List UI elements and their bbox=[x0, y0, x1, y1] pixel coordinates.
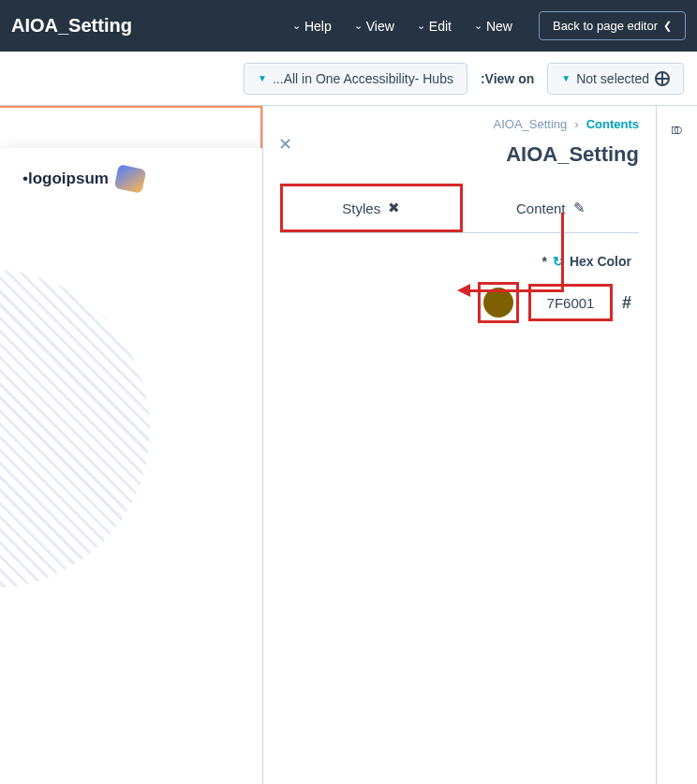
hex-color-label: Hex Color ↻ * bbox=[288, 254, 631, 269]
back-label: Back to page editor bbox=[553, 19, 658, 33]
menu-new[interactable]: New⌄ bbox=[465, 13, 522, 39]
logo-text: logoipsum• bbox=[22, 170, 109, 188]
chevron-right-icon: ❯ bbox=[663, 20, 672, 32]
chevron-down-icon: ⌄ bbox=[474, 20, 482, 32]
back-to-editor-button[interactable]: ❯ Back to page editor bbox=[539, 11, 686, 40]
preview-logo: logoipsum• bbox=[22, 167, 249, 191]
menu-view[interactable]: View⌄ bbox=[345, 13, 404, 39]
context-bar: Not selected ▼ View on: All in One Acces… bbox=[0, 52, 697, 106]
brush-icon: ✖ bbox=[388, 200, 400, 216]
pencil-icon: ✎ bbox=[573, 200, 586, 216]
preview-card: logoipsum• bbox=[0, 148, 262, 784]
tab-content[interactable]: ✎ Content bbox=[463, 184, 640, 232]
preview-pane: logoipsum• bbox=[0, 106, 262, 784]
globe-icon bbox=[655, 71, 670, 86]
tool-rail: ⎄ bbox=[656, 106, 697, 784]
view-on-dropdown[interactable]: All in One Accessibility- Hubs... ▼ bbox=[244, 63, 467, 95]
color-swatch-frame[interactable] bbox=[478, 282, 519, 323]
annotation-arrow bbox=[561, 213, 564, 289]
close-icon[interactable]: ✕ bbox=[278, 134, 292, 155]
panel-header: Contents ‹ AIOA_Setting AIOA_Setting ✎ C… bbox=[263, 106, 656, 233]
top-bar: ❯ Back to page editor New⌄ Edit⌄ View⌄ H… bbox=[0, 0, 697, 52]
decorative-blob bbox=[0, 270, 150, 588]
chevron-down-icon: ⌄ bbox=[354, 20, 363, 32]
view-on-label: View on: bbox=[481, 71, 534, 86]
panel-tabs: ✎ Content ✖ Styles bbox=[280, 184, 639, 233]
caret-down-icon: ▼ bbox=[258, 73, 267, 83]
workspace: ⎄ ✕ Contents ‹ AIOA_Setting AIOA_Setting… bbox=[0, 106, 697, 784]
menu-bar: New⌄ Edit⌄ View⌄ Help⌄ bbox=[283, 13, 522, 39]
breadcrumb-current: AIOA_Setting bbox=[494, 117, 568, 131]
logo-mark-icon bbox=[114, 164, 147, 194]
caret-down-icon: ▼ bbox=[561, 73, 571, 83]
panel-title: AIOA_Setting bbox=[280, 142, 639, 167]
not-selected-dropdown[interactable]: Not selected ▼ bbox=[547, 63, 684, 95]
chevron-down-icon: ⌄ bbox=[417, 20, 425, 32]
breadcrumb-root[interactable]: Contents bbox=[586, 117, 639, 131]
chevron-down-icon: ⌄ bbox=[292, 20, 301, 32]
breadcrumb: Contents ‹ AIOA_Setting bbox=[280, 117, 639, 131]
panel-body: Hex Color ↻ * # bbox=[263, 233, 656, 344]
hash-symbol: # bbox=[622, 293, 631, 313]
menu-help[interactable]: Help⌄ bbox=[283, 13, 341, 39]
page-title: AIOA_Setting bbox=[11, 15, 132, 37]
menu-edit[interactable]: Edit⌄ bbox=[408, 13, 461, 39]
module-tree-icon[interactable]: ⎄ bbox=[672, 119, 682, 139]
chevron-left-icon: ‹ bbox=[574, 117, 578, 131]
required-marker: * bbox=[541, 254, 546, 269]
settings-panel: ✕ Contents ‹ AIOA_Setting AIOA_Setting ✎… bbox=[262, 106, 656, 784]
tab-styles[interactable]: ✖ Styles bbox=[280, 184, 463, 232]
annotation-arrow bbox=[467, 289, 564, 292]
